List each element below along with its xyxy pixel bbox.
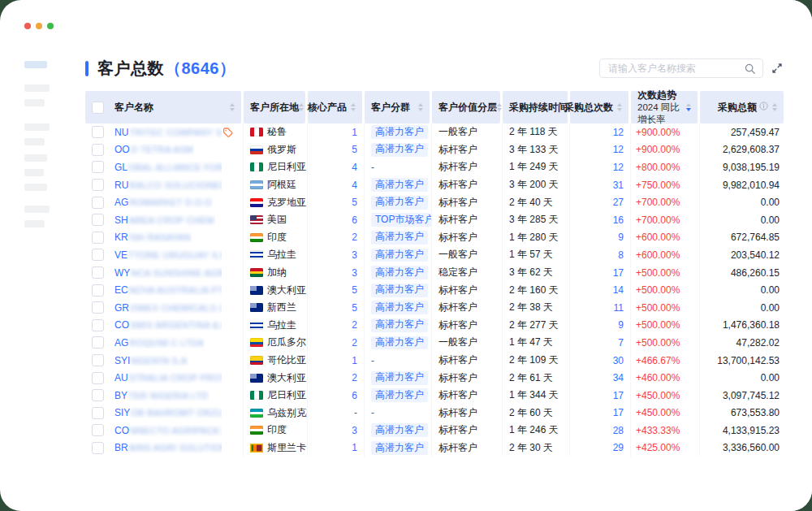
segment-tag[interactable]: 高潜力客户: [371, 231, 428, 245]
sidebar-item-skeleton[interactable]: [24, 123, 50, 131]
sidebar-item-skeleton[interactable]: [24, 99, 45, 106]
purchase-count[interactable]: 30: [613, 355, 624, 366]
core-products-count[interactable]: 6: [352, 214, 357, 226]
sidebar-item-skeleton[interactable]: [24, 138, 45, 145]
row-checkbox[interactable]: [92, 179, 104, 191]
row-checkbox[interactable]: [92, 214, 104, 226]
core-products-count[interactable]: 6: [352, 390, 357, 401]
core-products-count[interactable]: 1: [352, 127, 357, 138]
column-header-trend[interactable]: 次数趋势2024 同比增长率: [631, 91, 698, 123]
sidebar-item-skeleton[interactable]: [24, 220, 45, 227]
row-checkbox[interactable]: [92, 126, 104, 138]
core-products-count[interactable]: 5: [352, 284, 357, 296]
table-row[interactable]: GLOBAL ALLIANCE FOR CHEMICA...尼日利亚4-标杆客户…: [85, 158, 784, 176]
customer-name-link[interactable]: AGROMARKET D.O.O: [114, 197, 213, 208]
info-icon[interactable]: [759, 102, 768, 113]
table-row[interactable]: COSMIX ARGENTINA & AGROR...乌拉圭2高潜力客户标杆客户…: [85, 317, 784, 335]
core-products-count[interactable]: 4: [352, 180, 357, 191]
core-products-count[interactable]: 1: [352, 442, 357, 453]
row-checkbox[interactable]: [92, 372, 104, 384]
segment-tag[interactable]: 高潜力客户: [371, 441, 428, 455]
segment-tag[interactable]: 高潜力客户: [371, 196, 428, 210]
purchase-count[interactable]: 17: [613, 390, 624, 401]
segment-tag[interactable]: 高潜力客户: [371, 143, 428, 157]
column-header-products[interactable]: 核心产品: [308, 91, 362, 123]
customer-name-link[interactable]: ECNOVA AUSTRALIA PTY LIMITED: [114, 284, 222, 296]
sort-caret-icon[interactable]: [418, 103, 423, 111]
core-products-count[interactable]: 2: [352, 337, 357, 349]
customer-name-link[interactable]: RURALCO SOLUCIONES S.A: [114, 180, 222, 191]
table-row[interactable]: OOO TETRA ASM俄罗斯5高潜力客户+1标杆客户3 年 133 天12+…: [85, 141, 784, 159]
customer-name-link[interactable]: NUTRITEC COMPANY S.A.C: [114, 127, 222, 138]
table-row[interactable]: NUTRITEC COMPANY S.A.C秘鲁1高潜力客户一般客户2 年 11…: [85, 123, 784, 141]
customer-name-link[interactable]: CONNECTO AGRIPACK PRIVATEE ...: [114, 425, 222, 436]
row-checkbox[interactable]: [92, 284, 104, 297]
sort-caret-icon[interactable]: [299, 103, 304, 111]
customer-name-link[interactable]: VETTORE URUGUAY S.R.L: [114, 249, 222, 261]
purchase-count[interactable]: 11: [614, 302, 624, 314]
row-checkbox[interactable]: [92, 389, 104, 401]
row-checkbox[interactable]: [92, 161, 104, 173]
column-header-duration[interactable]: 采购持续时间: [503, 91, 568, 123]
search-input[interactable]: [607, 62, 744, 75]
segment-tag[interactable]: 高潜力客户: [371, 423, 428, 437]
core-products-count[interactable]: 3: [352, 267, 357, 279]
customer-name-link[interactable]: SIYOB BAHROMT ORZU FERMERX...: [114, 407, 222, 418]
row-checkbox[interactable]: [92, 301, 104, 314]
table-row[interactable]: AGROMARKET D.O.O克罗地亚5高潜力客户标杆客户2 年 40 天27…: [85, 193, 784, 211]
sidebar-item-skeleton[interactable]: [24, 154, 47, 162]
table-row[interactable]: ECNOVA AUSTRALIA PTY LIMITED澳大利亚5高潜力客户标杆…: [85, 281, 784, 299]
purchase-count[interactable]: 17: [613, 407, 624, 418]
customer-name-link[interactable]: GLOBAL ALLIANCE FOR CHEMICA...: [114, 162, 222, 173]
table-row[interactable]: SIYOB BAHROMT ORZU FERMERX...乌兹别克斯坦--标杆客…: [85, 405, 784, 422]
table-row[interactable]: BRAINS AGRI SOLUTIONS PVTLTD斯里兰卡1高潜力客户标杆…: [85, 440, 784, 457]
row-checkbox[interactable]: [92, 407, 104, 419]
customer-name-link[interactable]: WYNCA SUNSHINE AGRO PRODU...: [114, 267, 222, 279]
customer-name-link[interactable]: AUSTRALIA CROP PROTECTIONP...: [114, 372, 222, 383]
core-products-count[interactable]: 5: [352, 144, 357, 155]
segment-tag[interactable]: 高潜力客户: [371, 125, 428, 139]
purchase-count[interactable]: 28: [613, 425, 624, 436]
purchase-count[interactable]: 9: [618, 319, 624, 331]
table-row[interactable]: VETTORE URUGUAY S.R.L乌拉圭3高潜力客户一般客户1 年 57…: [85, 246, 784, 264]
column-header-location[interactable]: 客户所在地: [244, 91, 305, 123]
purchase-count[interactable]: 7: [618, 337, 624, 349]
row-checkbox[interactable]: [92, 144, 104, 156]
customer-name-link[interactable]: KRISH RASAYAN: [114, 232, 192, 243]
purchase-count[interactable]: 14: [613, 284, 624, 296]
sort-caret-icon[interactable]: [497, 103, 502, 111]
row-checkbox[interactable]: [92, 266, 104, 279]
sort-caret-icon[interactable]: [686, 103, 691, 111]
search-icon[interactable]: [744, 63, 756, 75]
customer-name-link[interactable]: GROWEX CHEMICALS LIMITED: [114, 302, 222, 314]
row-checkbox[interactable]: [92, 249, 104, 261]
customer-name-link[interactable]: SHAREA CROP CHEM: [114, 214, 215, 226]
table-row[interactable]: CONNECTO AGRIPACK PRIVATEE ...印度3高潜力客户+3…: [85, 422, 784, 440]
row-checkbox[interactable]: [92, 232, 104, 244]
purchase-count[interactable]: 12: [613, 144, 624, 155]
customer-name-link[interactable]: BRAINS AGRI SOLUTIONS PVTLTD: [114, 442, 222, 453]
core-products-count[interactable]: 3: [352, 249, 357, 261]
segment-tag[interactable]: 高潜力客户: [371, 178, 428, 192]
row-checkbox[interactable]: [92, 424, 104, 436]
customer-name-link[interactable]: BYTER NIGERIA LTD: [114, 390, 209, 401]
table-row[interactable]: WYNCA SUNSHINE AGRO PRODU...加纳3高潜力客户稳定客户…: [85, 264, 784, 282]
segment-tag[interactable]: TOP市场客户: [371, 213, 432, 227]
core-products-count[interactable]: 2: [352, 232, 357, 243]
purchase-count[interactable]: 9: [618, 232, 624, 243]
sort-caret-icon[interactable]: [230, 103, 235, 111]
column-header-segment[interactable]: 客户分群: [365, 91, 430, 123]
purchase-count[interactable]: 29: [613, 442, 624, 453]
segment-tag[interactable]: 高潜力客户: [371, 301, 428, 314]
row-checkbox[interactable]: [92, 442, 104, 454]
purchase-count[interactable]: 27: [613, 197, 624, 208]
customer-name-link[interactable]: OOO TETRA ASM: [114, 144, 194, 155]
table-row[interactable]: AGROQUIM C LTDA厄瓜多尔2高潜力客户+1一般客户1 年 47 天7…: [85, 334, 784, 352]
table-row[interactable]: SHAREA CROP CHEM美国6TOP市场客户标杆客户3 年 285 天1…: [85, 211, 784, 229]
sort-caret-icon[interactable]: [617, 103, 622, 111]
core-products-count[interactable]: 3: [352, 425, 357, 436]
sidebar-item-skeleton[interactable]: [24, 84, 50, 92]
table-row[interactable]: KRISH RASAYAN印度2高潜力客户标杆客户1 年 280 天9+600.…: [85, 229, 784, 247]
core-products-count[interactable]: 5: [352, 197, 357, 208]
purchase-count[interactable]: 12: [613, 127, 624, 138]
